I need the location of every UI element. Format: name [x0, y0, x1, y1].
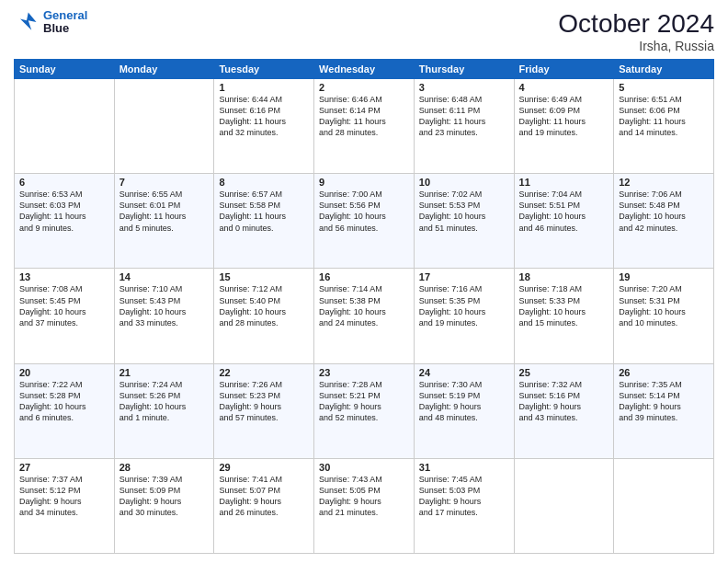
day-info: Sunrise: 7:00 AM Sunset: 5:56 PM Dayligh… — [319, 189, 409, 234]
day-info: Sunrise: 7:20 AM Sunset: 5:31 PM Dayligh… — [619, 283, 709, 328]
day-number: 14 — [119, 271, 210, 282]
header-wednesday: Wednesday — [314, 60, 415, 79]
table-row — [114, 79, 214, 174]
table-row: 20Sunrise: 7:22 AM Sunset: 5:28 PM Dayli… — [15, 363, 115, 458]
day-info: Sunrise: 7:14 AM Sunset: 5:38 PM Dayligh… — [319, 283, 409, 328]
location-title: Irsha, Russia — [558, 39, 714, 53]
day-info: Sunrise: 7:39 AM Sunset: 5:09 PM Dayligh… — [119, 474, 210, 519]
table-row: 23Sunrise: 7:28 AM Sunset: 5:21 PM Dayli… — [314, 363, 415, 458]
table-row: 30Sunrise: 7:43 AM Sunset: 5:05 PM Dayli… — [314, 458, 415, 553]
table-row: 3Sunrise: 6:48 AM Sunset: 6:11 PM Daylig… — [414, 79, 514, 174]
day-number: 26 — [619, 367, 709, 378]
day-info: Sunrise: 7:45 AM Sunset: 5:03 PM Dayligh… — [419, 474, 509, 519]
day-info: Sunrise: 7:02 AM Sunset: 5:53 PM Dayligh… — [419, 189, 509, 234]
day-info: Sunrise: 6:44 AM Sunset: 6:16 PM Dayligh… — [219, 94, 309, 139]
table-row: 19Sunrise: 7:20 AM Sunset: 5:31 PM Dayli… — [614, 269, 714, 363]
day-number: 29 — [219, 462, 309, 473]
day-info: Sunrise: 7:18 AM Sunset: 5:33 PM Dayligh… — [519, 283, 609, 328]
day-info: Sunrise: 7:04 AM Sunset: 5:51 PM Dayligh… — [519, 189, 609, 234]
day-info: Sunrise: 7:24 AM Sunset: 5:26 PM Dayligh… — [119, 379, 210, 424]
logo-icon — [14, 9, 40, 35]
day-info: Sunrise: 6:51 AM Sunset: 6:06 PM Dayligh… — [619, 94, 709, 139]
header-monday: Monday — [114, 60, 214, 79]
table-row — [514, 458, 614, 553]
table-row: 6Sunrise: 6:53 AM Sunset: 6:03 PM Daylig… — [15, 174, 115, 269]
day-info: Sunrise: 6:49 AM Sunset: 6:09 PM Dayligh… — [519, 94, 609, 139]
day-number: 24 — [419, 367, 509, 378]
day-info: Sunrise: 7:37 AM Sunset: 5:12 PM Dayligh… — [19, 474, 109, 519]
table-row: 28Sunrise: 7:39 AM Sunset: 5:09 PM Dayli… — [114, 458, 214, 553]
day-info: Sunrise: 7:06 AM Sunset: 5:48 PM Dayligh… — [619, 189, 709, 234]
day-number: 8 — [219, 177, 309, 188]
table-row: 8Sunrise: 6:57 AM Sunset: 5:58 PM Daylig… — [214, 174, 314, 269]
header-friday: Friday — [514, 60, 614, 79]
header-thursday: Thursday — [414, 60, 514, 79]
header-saturday: Saturday — [614, 60, 714, 79]
table-row: 13Sunrise: 7:08 AM Sunset: 5:45 PM Dayli… — [15, 269, 115, 363]
day-info: Sunrise: 6:46 AM Sunset: 6:14 PM Dayligh… — [319, 94, 409, 139]
table-row: 29Sunrise: 7:41 AM Sunset: 5:07 PM Dayli… — [214, 458, 314, 553]
table-row: 12Sunrise: 7:06 AM Sunset: 5:48 PM Dayli… — [614, 174, 714, 269]
table-row: 11Sunrise: 7:04 AM Sunset: 5:51 PM Dayli… — [514, 174, 614, 269]
day-number: 25 — [519, 367, 609, 378]
table-row: 27Sunrise: 7:37 AM Sunset: 5:12 PM Dayli… — [15, 458, 115, 553]
calendar-week-row: 20Sunrise: 7:22 AM Sunset: 5:28 PM Dayli… — [15, 363, 714, 458]
day-number: 12 — [619, 177, 709, 188]
day-number: 20 — [19, 367, 109, 378]
day-info: Sunrise: 7:16 AM Sunset: 5:35 PM Dayligh… — [419, 283, 509, 328]
table-row: 15Sunrise: 7:12 AM Sunset: 5:40 PM Dayli… — [214, 269, 314, 363]
day-info: Sunrise: 7:30 AM Sunset: 5:19 PM Dayligh… — [419, 379, 509, 424]
day-info: Sunrise: 6:53 AM Sunset: 6:03 PM Dayligh… — [19, 189, 109, 234]
table-row: 26Sunrise: 7:35 AM Sunset: 5:14 PM Dayli… — [614, 363, 714, 458]
day-number: 3 — [419, 82, 509, 93]
day-number: 22 — [219, 367, 309, 378]
day-number: 10 — [419, 177, 509, 188]
day-number: 2 — [319, 82, 409, 93]
day-number: 4 — [519, 82, 609, 93]
day-number: 31 — [419, 462, 509, 473]
day-number: 28 — [119, 462, 210, 473]
day-number: 19 — [619, 271, 709, 282]
table-row: 24Sunrise: 7:30 AM Sunset: 5:19 PM Dayli… — [414, 363, 514, 458]
day-info: Sunrise: 6:48 AM Sunset: 6:11 PM Dayligh… — [419, 94, 509, 139]
month-title: October 2024 — [558, 9, 714, 39]
day-info: Sunrise: 7:32 AM Sunset: 5:16 PM Dayligh… — [519, 379, 609, 424]
day-number: 1 — [219, 82, 309, 93]
weekday-header-row: Sunday Monday Tuesday Wednesday Thursday… — [15, 60, 714, 79]
day-info: Sunrise: 7:43 AM Sunset: 5:05 PM Dayligh… — [319, 474, 409, 519]
day-info: Sunrise: 6:55 AM Sunset: 6:01 PM Dayligh… — [119, 189, 210, 234]
calendar-week-row: 27Sunrise: 7:37 AM Sunset: 5:12 PM Dayli… — [15, 458, 714, 553]
day-info: Sunrise: 7:26 AM Sunset: 5:23 PM Dayligh… — [219, 379, 309, 424]
table-row: 22Sunrise: 7:26 AM Sunset: 5:23 PM Dayli… — [214, 363, 314, 458]
table-row: 1Sunrise: 6:44 AM Sunset: 6:16 PM Daylig… — [214, 79, 314, 174]
header-sunday: Sunday — [15, 60, 115, 79]
table-row — [614, 458, 714, 553]
day-number: 13 — [19, 271, 109, 282]
day-number: 9 — [319, 177, 409, 188]
day-number: 17 — [419, 271, 509, 282]
day-number: 23 — [319, 367, 409, 378]
day-info: Sunrise: 7:28 AM Sunset: 5:21 PM Dayligh… — [319, 379, 409, 424]
table-row: 4Sunrise: 6:49 AM Sunset: 6:09 PM Daylig… — [514, 79, 614, 174]
day-number: 7 — [119, 177, 210, 188]
table-row: 10Sunrise: 7:02 AM Sunset: 5:53 PM Dayli… — [414, 174, 514, 269]
svg-marker-0 — [20, 13, 37, 30]
header-tuesday: Tuesday — [214, 60, 314, 79]
day-info: Sunrise: 6:57 AM Sunset: 5:58 PM Dayligh… — [219, 189, 309, 234]
table-row: 17Sunrise: 7:16 AM Sunset: 5:35 PM Dayli… — [414, 269, 514, 363]
day-info: Sunrise: 7:08 AM Sunset: 5:45 PM Dayligh… — [19, 283, 109, 328]
day-info: Sunrise: 7:41 AM Sunset: 5:07 PM Dayligh… — [219, 474, 309, 519]
calendar-table: Sunday Monday Tuesday Wednesday Thursday… — [14, 59, 714, 554]
logo-text: General Blue — [43, 9, 87, 36]
day-number: 30 — [319, 462, 409, 473]
table-row: 18Sunrise: 7:18 AM Sunset: 5:33 PM Dayli… — [514, 269, 614, 363]
table-row: 16Sunrise: 7:14 AM Sunset: 5:38 PM Dayli… — [314, 269, 415, 363]
logo: General Blue — [14, 9, 87, 36]
table-row: 31Sunrise: 7:45 AM Sunset: 5:03 PM Dayli… — [414, 458, 514, 553]
day-info: Sunrise: 7:22 AM Sunset: 5:28 PM Dayligh… — [19, 379, 109, 424]
calendar-week-row: 13Sunrise: 7:08 AM Sunset: 5:45 PM Dayli… — [15, 269, 714, 363]
day-number: 18 — [519, 271, 609, 282]
day-number: 21 — [119, 367, 210, 378]
day-info: Sunrise: 7:35 AM Sunset: 5:14 PM Dayligh… — [619, 379, 709, 424]
page: General Blue October 2024 Irsha, Russia … — [0, 0, 728, 563]
